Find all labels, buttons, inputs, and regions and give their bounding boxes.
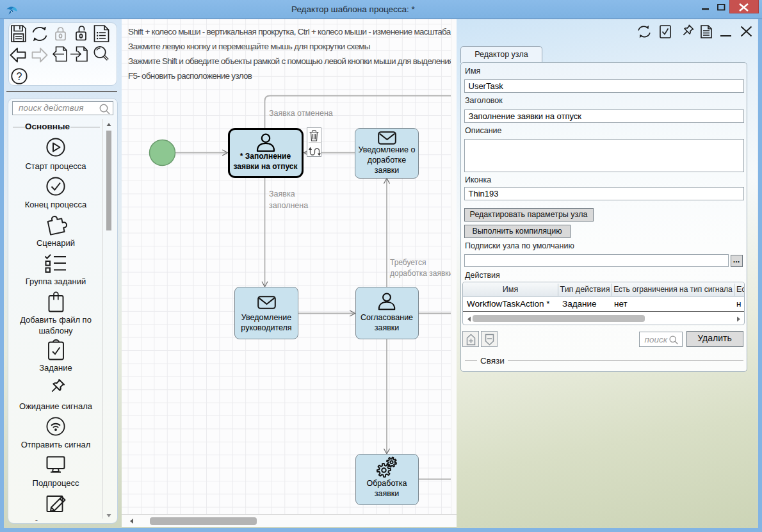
svg-text:?: ? bbox=[17, 71, 22, 82]
